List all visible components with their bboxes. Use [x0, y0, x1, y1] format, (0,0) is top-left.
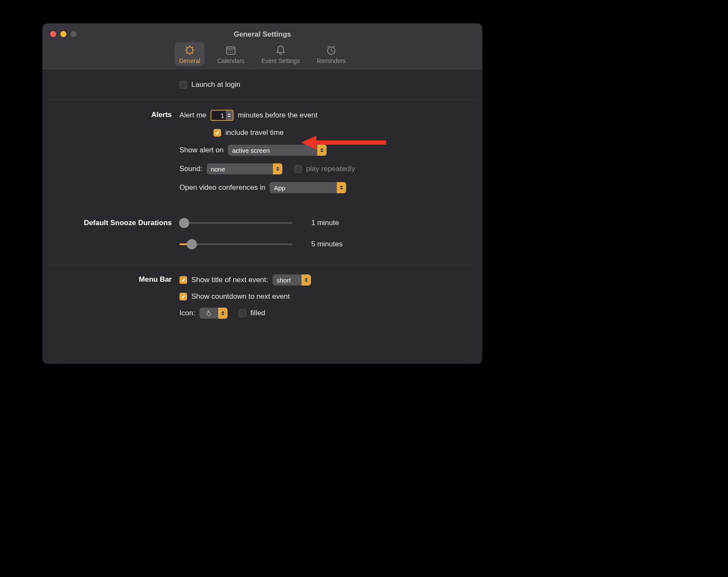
svg-line-8: [192, 47, 193, 48]
alert-minutes-stepper[interactable]: [210, 110, 233, 121]
filled-label: filled: [250, 309, 265, 317]
open-video-label: Open video conferences in: [179, 183, 265, 192]
include-travel-label: include travel time: [225, 129, 284, 137]
toolbar: General Calendars Event Settings Reminde…: [43, 40, 482, 66]
chevron-updown-icon: [317, 145, 327, 156]
svg-line-7: [186, 53, 187, 54]
show-alert-value: active screen: [228, 147, 317, 154]
alert-minutes-input[interactable]: [211, 111, 226, 120]
svg-line-5: [186, 47, 187, 48]
section-snooze: Default Snooze Durations 1 minute: [43, 203, 482, 264]
svg-point-15: [230, 52, 231, 53]
show-alert-dropdown[interactable]: active screen: [228, 145, 327, 156]
filled-checkbox[interactable]: [239, 309, 246, 317]
icon-label: Icon:: [179, 309, 195, 317]
chevron-updown-icon: [218, 308, 228, 319]
alert-me-pre: Alert me: [179, 111, 206, 120]
gear-icon: [184, 45, 196, 56]
titlebar: General Settings General Calendars Event…: [43, 23, 482, 70]
section-label-alerts: Alerts: [43, 110, 179, 193]
sound-row: Sound: none play repeatedly: [179, 163, 477, 174]
snooze-slider-2-label: 5 minutes: [311, 240, 343, 249]
tab-label: Reminders: [317, 57, 346, 64]
show-countdown-label: Show countdown to next event: [191, 292, 290, 301]
sound-label: Sound:: [179, 165, 202, 173]
section-label-menubar: Menu Bar: [43, 274, 179, 319]
svg-point-14: [229, 52, 230, 53]
tab-general[interactable]: General: [175, 42, 205, 66]
show-title-value: short: [273, 277, 301, 284]
include-travel-checkbox[interactable]: [213, 129, 221, 137]
chevron-updown-icon: [273, 163, 282, 174]
show-countdown-checkbox[interactable]: [179, 293, 187, 300]
bell-icon: [275, 45, 287, 56]
snooze-slider-1[interactable]: [179, 218, 293, 228]
pointer-icon: [199, 310, 218, 317]
section-launch: Launch at login: [43, 70, 482, 99]
sound-value: none: [207, 166, 273, 173]
snooze-slider-2-row: 5 minutes: [179, 239, 477, 249]
show-title-label: Show title of next event:: [191, 276, 268, 284]
tab-label: General: [179, 57, 200, 64]
show-alert-row: Show alert on active screen: [179, 145, 477, 156]
alert-me-row: Alert me minutes before the event: [179, 110, 477, 121]
svg-line-19: [331, 51, 333, 51]
launch-at-login-checkbox[interactable]: [179, 81, 187, 89]
stepper-arrows-icon[interactable]: [226, 111, 233, 120]
svg-point-13: [232, 50, 233, 51]
snooze-slider-2[interactable]: [179, 239, 293, 249]
icon-dropdown[interactable]: [199, 308, 228, 319]
alert-me-post: minutes before the event: [238, 111, 317, 120]
tab-label: Calendars: [217, 57, 245, 64]
include-travel-row: include travel time: [213, 129, 477, 137]
svg-point-0: [187, 47, 193, 53]
play-repeatedly-checkbox[interactable]: [294, 165, 302, 173]
svg-line-20: [327, 46, 329, 47]
launch-at-login-label: Launch at login: [191, 80, 240, 89]
svg-line-6: [192, 53, 193, 54]
section-menubar: Menu Bar Show title of next event: short…: [43, 264, 482, 329]
svg-line-21: [333, 46, 335, 47]
svg-point-11: [229, 50, 230, 51]
settings-window: General Settings General Calendars Event…: [43, 23, 482, 364]
tab-event-settings[interactable]: Event Settings: [257, 42, 304, 66]
snooze-slider-1-row: 1 minute: [179, 218, 477, 228]
show-title-row: Show title of next event: short: [179, 274, 477, 286]
section-alerts: Alerts Alert me minutes before the event…: [43, 100, 482, 203]
open-video-value: App: [270, 184, 337, 191]
tab-reminders[interactable]: Reminders: [313, 42, 350, 66]
snooze-slider-1-label: 1 minute: [311, 219, 339, 227]
show-title-checkbox[interactable]: [179, 276, 187, 284]
play-repeatedly-label: play repeatedly: [306, 165, 355, 173]
calendar-icon: [225, 45, 237, 56]
section-label-snooze: Default Snooze Durations: [43, 218, 179, 249]
tab-label: Event Settings: [262, 57, 300, 64]
icon-row: Icon: filled: [179, 308, 477, 319]
chevron-updown-icon: [301, 274, 311, 286]
svg-point-12: [230, 50, 231, 51]
show-alert-label: Show alert on: [179, 146, 224, 154]
chevron-updown-icon: [337, 182, 346, 193]
section-label-empty: [43, 80, 179, 89]
open-video-row: Open video conferences in App: [179, 182, 477, 193]
tab-calendars[interactable]: Calendars: [213, 42, 249, 66]
show-countdown-row: Show countdown to next event: [179, 292, 477, 301]
alarm-clock-icon: [325, 45, 337, 56]
content: Launch at login Alerts Alert me minutes …: [43, 70, 482, 329]
open-video-dropdown[interactable]: App: [270, 182, 346, 193]
svg-point-16: [232, 52, 233, 53]
window-title: General Settings: [43, 30, 482, 39]
sound-dropdown[interactable]: none: [207, 163, 282, 174]
show-title-dropdown[interactable]: short: [273, 274, 311, 286]
